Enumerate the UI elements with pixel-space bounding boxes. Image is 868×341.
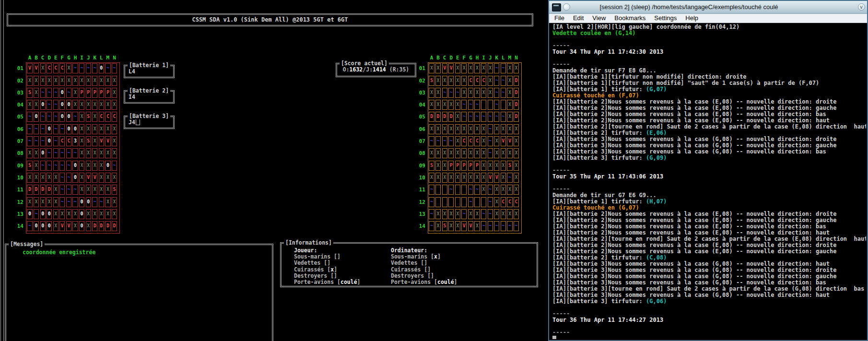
grid-cell: P — [474, 161, 480, 171]
batterie-3-box[interactable]: [Batterie 3] J4 — [124, 116, 175, 129]
row-header: 02 — [416, 76, 428, 86]
grid-cell: ~ — [461, 100, 467, 110]
grid-cell: D — [99, 221, 104, 231]
grid-cell: X — [442, 76, 447, 86]
row-header: 12 — [14, 197, 26, 207]
grid-cell: X — [34, 88, 39, 98]
grid-cell: X — [112, 173, 117, 183]
terminal-output[interactable]: [IA level 2][HOR][lig gauche] coordonnée… — [550, 24, 866, 339]
window-titlebar[interactable]: [session 2] (sleep) /home/tests/langageC… — [549, 1, 867, 14]
grid-cell: X — [507, 124, 512, 134]
grid-cell: X — [474, 63, 480, 73]
grid-cell: 0 — [40, 148, 46, 158]
grid-cell: X — [448, 124, 454, 134]
grid-cell: ~ — [501, 76, 506, 86]
grid-cell: 0 — [40, 209, 46, 219]
grid-cell: 0 — [66, 124, 71, 134]
row-header: 12 — [416, 197, 428, 207]
grid-cell: ~ — [488, 209, 493, 219]
row-header: 13 — [416, 209, 428, 219]
grid-cell: X — [494, 124, 499, 134]
row-header: 05 — [14, 112, 26, 122]
grid-cell: ~ — [34, 209, 39, 219]
menu-item-help[interactable]: Help — [681, 14, 703, 23]
grid-cell: ~ — [494, 112, 499, 122]
grid-cell: X — [507, 148, 512, 158]
column-header: I — [481, 55, 486, 61]
grid-cell: S — [86, 136, 91, 146]
grid-cell: X — [435, 209, 441, 219]
grid-cell: ~ — [481, 112, 486, 122]
grid-cell: ~ — [435, 136, 441, 146]
grid-cell: ~ — [474, 185, 480, 195]
grid-cell: ~ — [429, 221, 434, 231]
grid-cell: X — [501, 161, 506, 171]
grid-cell: ~ — [448, 136, 454, 146]
grid-cell: X — [34, 100, 39, 110]
grid-cell: X — [481, 173, 486, 183]
chevron-down-icon: v — [860, 4, 863, 10]
grid-cell: C — [59, 63, 65, 73]
grid-cell: ~ — [66, 197, 71, 207]
row-header: 03 — [14, 88, 26, 98]
grid-cell: ~ — [47, 161, 52, 171]
grid-cell: 0 — [47, 136, 52, 146]
informations-columns: Joueur:Sous-marins []Vedettes []Cuirassé… — [282, 244, 537, 286]
menu-item-edit[interactable]: Edit — [569, 14, 588, 23]
menu-item-file[interactable]: File — [550, 14, 569, 23]
row-header: 06 — [416, 124, 428, 134]
column-header: C — [442, 55, 447, 61]
column-header: B — [34, 55, 39, 61]
grid-cell: X — [72, 88, 78, 98]
grid-cell: ~ — [59, 185, 65, 195]
grid-cell — [455, 185, 460, 195]
terminal-line — [552, 180, 866, 186]
shade-button[interactable]: v — [858, 3, 865, 11]
grid-cell: ~ — [448, 185, 454, 195]
grid-cell: X — [92, 112, 97, 122]
menu-item-settings[interactable]: Settings — [650, 14, 681, 23]
grid-cell: V — [92, 173, 97, 183]
column-header: F — [59, 55, 65, 61]
column-header: K — [92, 55, 97, 61]
grid-cell: ~ — [47, 88, 52, 98]
grid-cell: X — [112, 88, 117, 98]
terminal-line: Tour 34 Thu Apr 11 17:42:30 2013 — [552, 49, 866, 55]
grid-cell: ~ — [488, 112, 493, 122]
menu-item-view[interactable]: View — [588, 14, 610, 23]
grid-cell: ~ — [514, 221, 519, 231]
menu-item-bookmarks[interactable]: Bookmarks — [610, 14, 650, 23]
terminal-window-icon[interactable] — [552, 3, 561, 12]
terminal-line — [552, 305, 866, 311]
batterie-1-label: [Batterie 1] — [128, 62, 170, 69]
grid-cell: X — [40, 173, 46, 183]
grid-cell: X — [99, 124, 104, 134]
grid-cell: D — [514, 76, 519, 86]
grid-cell: 0 — [59, 112, 65, 122]
grid-cell: 0 — [40, 221, 46, 231]
grid-cell: X — [461, 88, 467, 98]
grid-cell: D — [92, 221, 97, 231]
game-title-box: CSSM SDA v1.0 (Sink Dem All) @2013 5GT e… — [7, 13, 533, 26]
row-header: 14 — [416, 221, 428, 231]
grid-cell: X — [86, 209, 91, 219]
screen-left-border — [0, 0, 4, 341]
grid-cell: V — [59, 221, 65, 231]
grid-cell: X — [34, 173, 39, 183]
grid-cell: X — [27, 173, 32, 183]
grid-cell: X — [34, 197, 39, 207]
grid-cell: V — [468, 221, 473, 231]
grid-cell: X — [92, 76, 97, 86]
grid-cell: ~ — [92, 63, 97, 73]
grid-cell — [442, 197, 447, 207]
grid-cell: V — [442, 63, 447, 73]
grid-cell: X — [435, 88, 441, 98]
grid-cell: X — [99, 148, 104, 158]
grid-cell: X — [461, 76, 467, 86]
grid-cell: X — [92, 148, 97, 158]
score-label: [Score actuel] — [340, 60, 389, 67]
grid-cell: D — [514, 88, 519, 98]
grid-cell: ~ — [461, 112, 467, 122]
grid-cell: X — [468, 209, 473, 219]
terminal-line — [552, 336, 866, 339]
